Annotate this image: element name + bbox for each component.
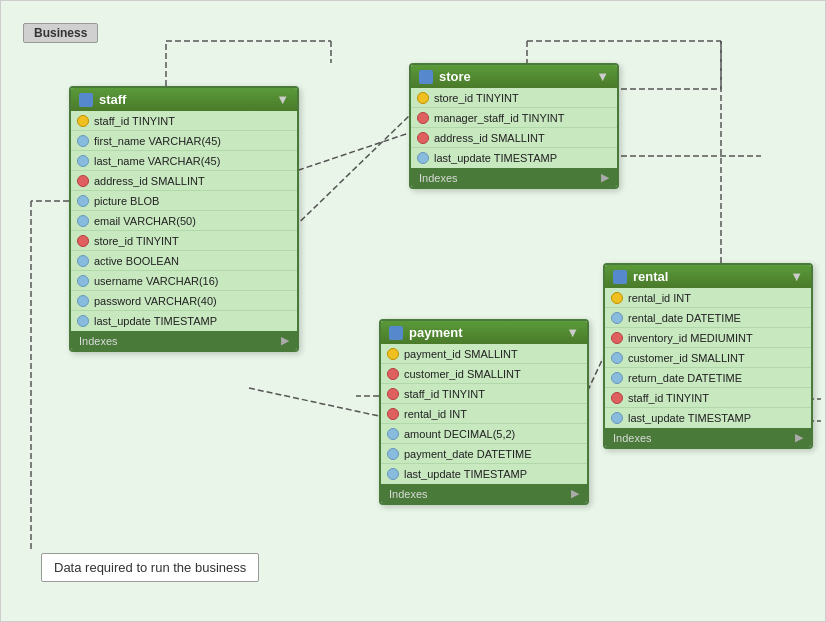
staff-indexes-label: Indexes <box>79 335 118 347</box>
field-name: rental_id INT <box>404 408 467 420</box>
table-row: staff_id TINYINT <box>381 384 587 404</box>
payment-footer-arrow: ▶ <box>571 487 579 500</box>
store-table-body: store_id TINYINT manager_staff_id TINYIN… <box>411 88 617 168</box>
field-name: email VARCHAR(50) <box>94 215 196 227</box>
key-icon <box>611 292 623 304</box>
payment-table-icon <box>389 326 403 340</box>
table-row: store_id TINYINT <box>71 231 297 251</box>
store-footer-arrow: ▶ <box>601 171 609 184</box>
rental-footer-arrow: ▶ <box>795 431 803 444</box>
field-name: address_id SMALLINT <box>94 175 205 187</box>
store-table-icon <box>419 70 433 84</box>
store-table-footer: Indexes ▶ <box>411 168 617 187</box>
staff-table-icon <box>79 93 93 107</box>
svg-line-9 <box>249 388 379 416</box>
table-row: rental_date DATETIME <box>605 308 811 328</box>
table-row: staff_id TINYINT <box>605 388 811 408</box>
store-table[interactable]: store ▼ store_id TINYINT manager_staff_i… <box>409 63 619 189</box>
table-row: last_name VARCHAR(45) <box>71 151 297 171</box>
table-row: address_id SMALLINT <box>411 128 617 148</box>
field-name: username VARCHAR(16) <box>94 275 219 287</box>
field-name: last_update TIMESTAMP <box>434 152 557 164</box>
normal-icon <box>611 412 623 424</box>
table-row: last_update TIMESTAMP <box>71 311 297 331</box>
staff-table-footer: Indexes ▶ <box>71 331 297 350</box>
field-name: customer_id SMALLINT <box>404 368 521 380</box>
field-name: customer_id SMALLINT <box>628 352 745 364</box>
field-name: store_id TINYINT <box>94 235 179 247</box>
key-icon <box>387 348 399 360</box>
fk-icon <box>77 175 89 187</box>
field-name: store_id TINYINT <box>434 92 519 104</box>
key-icon <box>417 92 429 104</box>
normal-icon <box>611 312 623 324</box>
table-row: rental_id INT <box>605 288 811 308</box>
table-row: manager_staff_id TINYINT <box>411 108 617 128</box>
field-name: picture BLOB <box>94 195 159 207</box>
field-name: rental_date DATETIME <box>628 312 741 324</box>
rental-table-icon <box>613 270 627 284</box>
canvas: Business <box>0 0 826 622</box>
payment-table-arrow: ▼ <box>566 325 579 340</box>
normal-icon <box>387 448 399 460</box>
normal-icon <box>387 468 399 480</box>
field-name: staff_id TINYINT <box>94 115 175 127</box>
field-name: manager_staff_id TINYINT <box>434 112 564 124</box>
staff-footer-arrow: ▶ <box>281 334 289 347</box>
field-name: password VARCHAR(40) <box>94 295 217 307</box>
normal-icon <box>387 428 399 440</box>
table-row: username VARCHAR(16) <box>71 271 297 291</box>
table-row: last_update TIMESTAMP <box>411 148 617 168</box>
normal-icon <box>77 315 89 327</box>
staff-table-arrow: ▼ <box>276 92 289 107</box>
fk-icon <box>387 408 399 420</box>
field-name: last_update TIMESTAMP <box>94 315 217 327</box>
staff-table-header: staff ▼ <box>71 88 297 111</box>
table-row: address_id SMALLINT <box>71 171 297 191</box>
staff-table-body: staff_id TINYINT first_name VARCHAR(45) … <box>71 111 297 331</box>
normal-icon <box>77 275 89 287</box>
store-table-header: store ▼ <box>411 65 617 88</box>
table-row: last_update TIMESTAMP <box>605 408 811 428</box>
payment-table-body: payment_id SMALLINT customer_id SMALLINT… <box>381 344 587 484</box>
table-row: active BOOLEAN <box>71 251 297 271</box>
field-name: last_update TIMESTAMP <box>628 412 751 424</box>
field-name: first_name VARCHAR(45) <box>94 135 221 147</box>
payment-table[interactable]: payment ▼ payment_id SMALLINT customer_i… <box>379 319 589 505</box>
table-row: inventory_id MEDIUMINT <box>605 328 811 348</box>
rental-table-footer: Indexes ▶ <box>605 428 811 447</box>
rental-table-title: rental <box>633 269 668 284</box>
normal-icon <box>77 215 89 227</box>
fk-icon <box>417 112 429 124</box>
table-row: payment_date DATETIME <box>381 444 587 464</box>
normal-icon <box>417 152 429 164</box>
field-name: address_id SMALLINT <box>434 132 545 144</box>
field-name: inventory_id MEDIUMINT <box>628 332 753 344</box>
payment-table-header: payment ▼ <box>381 321 587 344</box>
rental-indexes-label: Indexes <box>613 432 652 444</box>
field-name: payment_id SMALLINT <box>404 348 518 360</box>
annotation-box: Data required to run the business <box>41 553 259 582</box>
fk-icon <box>611 392 623 404</box>
field-name: payment_date DATETIME <box>404 448 532 460</box>
rental-table-arrow: ▼ <box>790 269 803 284</box>
payment-indexes-label: Indexes <box>389 488 428 500</box>
store-table-arrow: ▼ <box>596 69 609 84</box>
rental-table-header: rental ▼ <box>605 265 811 288</box>
store-table-title: store <box>439 69 471 84</box>
staff-table[interactable]: staff ▼ staff_id TINYINT first_name VARC… <box>69 86 299 352</box>
field-name: staff_id TINYINT <box>628 392 709 404</box>
field-name: rental_id INT <box>628 292 691 304</box>
normal-icon <box>77 255 89 267</box>
normal-icon <box>611 372 623 384</box>
table-row: amount DECIMAL(5,2) <box>381 424 587 444</box>
rental-table[interactable]: rental ▼ rental_id INT rental_date DATET… <box>603 263 813 449</box>
table-row: picture BLOB <box>71 191 297 211</box>
table-row: rental_id INT <box>381 404 587 424</box>
table-row: payment_id SMALLINT <box>381 344 587 364</box>
staff-table-title: staff <box>99 92 126 107</box>
payment-table-title: payment <box>409 325 462 340</box>
table-row: password VARCHAR(40) <box>71 291 297 311</box>
normal-icon <box>77 135 89 147</box>
table-row: last_update TIMESTAMP <box>381 464 587 484</box>
